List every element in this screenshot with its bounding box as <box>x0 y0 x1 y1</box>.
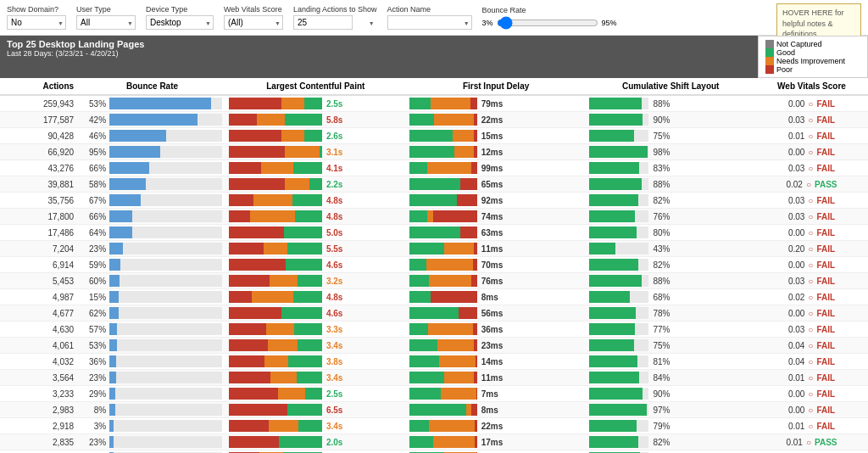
table-row: 43,27666%4.1s99ms83%0.03○FAIL <box>0 160 868 176</box>
table-row: 177,58742%5.8s22ms90%0.03○FAIL <box>0 112 868 128</box>
cell-fid: 7ms <box>406 450 587 454</box>
cell-actions: 4,677 <box>0 305 79 322</box>
cell-lcp: 3.2s <box>225 273 406 289</box>
cell-bounce: 67% <box>79 193 225 209</box>
cell-wvs: 0.00○FAIL <box>755 305 868 322</box>
cell-lcp: 4.8s <box>225 289 406 305</box>
table-row: 3,23329%2.5s7ms90%0.00○FAIL <box>0 386 868 402</box>
cell-actions: 177,587 <box>0 112 79 128</box>
cell-actions: 2,823 <box>0 450 79 454</box>
cell-wvs: 0.20○FAIL <box>755 241 868 257</box>
table-row: 39,88158%2.2s65ms88%0.02○PASS <box>0 176 868 193</box>
cell-lcp: 4.3s <box>225 450 406 454</box>
legend-good-box <box>765 48 774 57</box>
cell-cls: 82% <box>586 257 754 273</box>
table-row: 17,48664%5.0s63ms80%0.00○FAIL <box>0 225 868 241</box>
table-row: 2,82316%4.3s7ms85%0.00○FAIL <box>0 450 868 454</box>
cell-actions: 2,983 <box>0 402 79 418</box>
cell-wvs: 0.03○FAIL <box>755 193 868 209</box>
web-vitals-select[interactable]: (All) <box>224 15 283 30</box>
device-type-select[interactable]: Desktop <box>146 15 214 30</box>
cell-actions: 35,756 <box>0 193 79 209</box>
section-header-wrapper: Top 25 Desktop Landing Pages Last 28 Day… <box>0 36 868 78</box>
cell-fid: 7ms <box>406 386 587 402</box>
cell-cls: 81% <box>586 354 754 370</box>
legend-needs-improvement-box <box>765 57 774 65</box>
action-name-select[interactable] <box>387 15 472 30</box>
cell-actions: 6,914 <box>0 257 79 273</box>
cell-cls: 84% <box>586 370 754 386</box>
cell-fid: 22ms <box>406 112 587 128</box>
table-row: 4,03236%3.8s14ms81%0.04○FAIL <box>0 354 868 370</box>
cell-lcp: 3.4s <box>225 370 406 386</box>
cell-actions: 66,920 <box>0 144 79 160</box>
cell-fid: 11ms <box>406 370 587 386</box>
cell-actions: 4,061 <box>0 338 79 354</box>
cell-wvs: 0.03○FAIL <box>755 273 868 289</box>
cell-fid: 56ms <box>406 305 587 322</box>
cell-actions: 3,564 <box>0 370 79 386</box>
cell-bounce: 60% <box>79 273 225 289</box>
cell-fid: 8ms <box>406 402 587 418</box>
cell-lcp: 2.6s <box>225 128 406 144</box>
table-body: 259,94353%2.5s79ms88%0.00○FAIL177,58742%… <box>0 95 868 453</box>
table-row: 2,9838%6.5s8ms97%0.00○FAIL <box>0 402 868 418</box>
cell-wvs: 0.02○FAIL <box>755 289 868 305</box>
user-type-filter: User Type All <box>76 5 136 30</box>
table-row: 66,92095%3.1s12ms98%0.00○FAIL <box>0 144 868 160</box>
cell-lcp: 4.6s <box>225 305 406 322</box>
col-actions: Actions <box>0 78 79 95</box>
user-type-select[interactable]: All <box>76 15 136 30</box>
data-table: Actions Bounce Rate Largest Contentful P… <box>0 78 868 453</box>
cell-bounce: 23% <box>79 241 225 257</box>
landing-actions-filter: Landing Actions to Show 25 <box>293 5 377 30</box>
cell-cls: 82% <box>586 434 754 450</box>
cell-cls: 75% <box>586 128 754 144</box>
cell-lcp: 3.3s <box>225 322 406 338</box>
table-row: 35,75667%4.8s92ms82%0.03○FAIL <box>0 193 868 209</box>
user-type-label: User Type <box>76 5 136 14</box>
legend-poor: Poor <box>765 65 860 74</box>
table-row: 2,83523%2.0s17ms82%0.01○PASS <box>0 434 868 450</box>
legend-not-captured: Not Captured <box>765 40 860 48</box>
cell-fid: 76ms <box>406 273 587 289</box>
cell-lcp: 2.2s <box>225 176 406 193</box>
cell-wvs: 0.04○FAIL <box>755 354 868 370</box>
filter-bar: Show Domain? No User Type All Device Typ… <box>0 0 868 36</box>
show-domain-label: Show Domain? <box>7 5 66 14</box>
cell-bounce: 3% <box>79 418 225 434</box>
cell-bounce: 23% <box>79 370 225 386</box>
table-row: 4,63057%3.3s36ms77%0.03○FAIL <box>0 322 868 338</box>
cell-wvs: 0.01○FAIL <box>755 370 868 386</box>
table-row: 4,98715%4.8s8ms68%0.02○FAIL <box>0 289 868 305</box>
cell-lcp: 4.6s <box>225 257 406 273</box>
cell-bounce: 66% <box>79 209 225 225</box>
cell-lcp: 3.4s <box>225 338 406 354</box>
cell-actions: 4,032 <box>0 354 79 370</box>
bounce-min-label: 3% <box>482 19 493 27</box>
cell-actions: 7,204 <box>0 241 79 257</box>
cell-lcp: 2.5s <box>225 386 406 402</box>
cell-lcp: 3.1s <box>225 144 406 160</box>
device-type-filter: Device Type Desktop <box>146 5 214 30</box>
cell-bounce: 42% <box>79 112 225 128</box>
cell-bounce: 15% <box>79 289 225 305</box>
table-row: 4,06153%3.4s23ms75%0.04○FAIL <box>0 338 868 354</box>
table-row: 17,80066%4.8s74ms76%0.03○FAIL <box>0 209 868 225</box>
cell-cls: 80% <box>586 225 754 241</box>
hover-help-text: HOVER HERE for helpful notes & definitio… <box>782 8 844 38</box>
cell-cls: 43% <box>586 241 754 257</box>
cell-actions: 5,453 <box>0 273 79 289</box>
bounce-rate-filter: Bounce Rate 3% 95% <box>482 6 617 30</box>
col-lcp: Largest Contentful Paint <box>225 78 406 95</box>
cell-fid: 15ms <box>406 128 587 144</box>
show-domain-select[interactable]: No <box>7 15 66 30</box>
cell-fid: 23ms <box>406 338 587 354</box>
bounce-rate-slider[interactable] <box>497 16 598 30</box>
cell-cls: 88% <box>586 95 754 112</box>
table-row: 5,45360%3.2s76ms88%0.03○FAIL <box>0 273 868 289</box>
action-name-filter: Action Name <box>387 5 472 30</box>
landing-actions-select[interactable]: 25 <box>293 15 353 30</box>
cell-wvs: 0.00○FAIL <box>755 402 868 418</box>
cell-wvs: 0.02○PASS <box>755 176 868 193</box>
